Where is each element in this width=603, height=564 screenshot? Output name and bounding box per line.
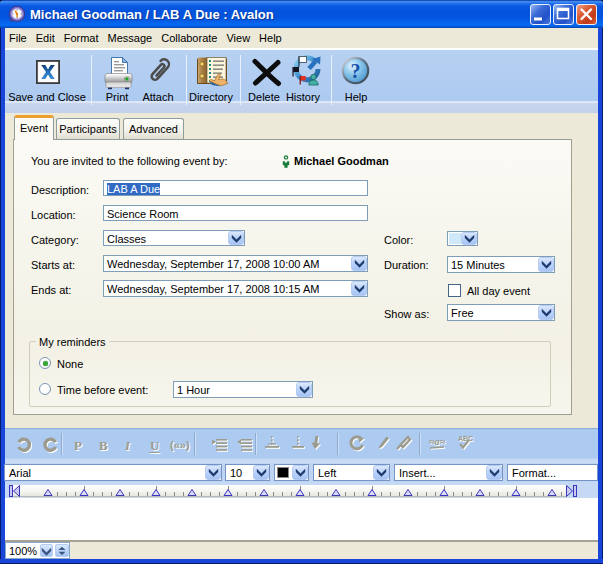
svg-text:P: P xyxy=(74,438,82,453)
svg-text:I: I xyxy=(124,438,131,453)
svg-text:(«»): («») xyxy=(170,439,190,451)
svg-text:B: B xyxy=(99,438,108,453)
svg-text:ABC: ABC xyxy=(458,435,473,442)
svg-text:≈a≈: ≈a≈ xyxy=(429,436,445,447)
svg-text:?: ? xyxy=(351,60,361,82)
svg-text:U: U xyxy=(150,438,160,453)
